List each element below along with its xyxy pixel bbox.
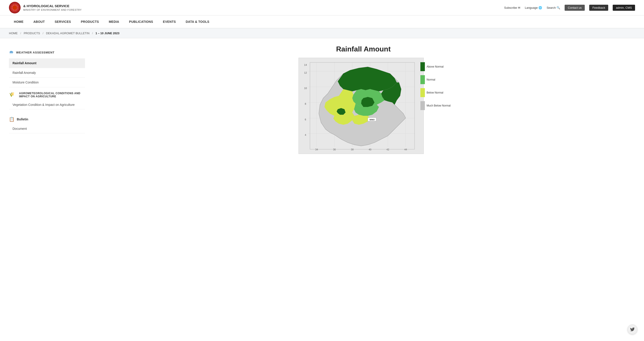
nav-item: ABOUT	[28, 16, 50, 28]
agro-section: 🌾 AGROMETEOROLOGICAL CONDITIONS AND IMPA…	[9, 92, 85, 109]
legend-label-normal: Normal	[427, 78, 435, 81]
svg-text:12: 12	[304, 71, 307, 74]
map-legend: Above Normal Normal Below Normal Much Be…	[420, 62, 450, 114]
legend-label-above-normal: Above Normal	[427, 65, 444, 68]
map-wrapper: 34 36 38 40 42 44 4 6 8 10 12 1	[298, 58, 428, 154]
legend-color-below-normal	[420, 88, 425, 97]
sidebar-link-moisture-condition[interactable]: Moisture Condition	[9, 78, 85, 87]
legend-color-above-normal	[420, 62, 425, 71]
top-bar: & HYDROLOGICAL SERVICE MINISTRY OF ENVIR…	[0, 0, 644, 16]
legend-color-much-below-normal	[420, 101, 425, 110]
svg-text:44: 44	[404, 148, 407, 151]
nav-link-about[interactable]: ABOUT	[28, 16, 50, 28]
nav-item: EVENTS	[158, 16, 181, 28]
legend-above-normal: Above Normal	[420, 62, 450, 71]
sidebar-bulletin-item: Document	[9, 124, 85, 133]
sidebar-link-rainfall-amount[interactable]: Rainfall Amount	[9, 58, 85, 68]
nav-link-events[interactable]: EVENTS	[158, 16, 181, 28]
svg-text:38: 38	[351, 148, 354, 151]
main-content: Rainfall Amount	[92, 45, 635, 166]
svg-text:34: 34	[315, 148, 318, 151]
svg-text:42: 42	[386, 148, 389, 151]
nav-item: PUBLICATIONS	[124, 16, 158, 28]
map-title: Rainfall Amount	[92, 45, 635, 53]
nav-link-data---tools[interactable]: DATA & TOOLS	[181, 16, 214, 28]
bulletin-section: 📋 Bulletin Document	[9, 114, 85, 133]
svg-text:14: 14	[304, 64, 307, 66]
svg-line-6	[17, 10, 18, 11]
svg-text:36: 36	[333, 148, 336, 151]
nav-item: DATA & TOOLS	[181, 16, 214, 28]
breadcrumb-sep-2: /	[42, 32, 44, 35]
sidebar-weather-item: Rainfall Anomaly	[9, 68, 85, 78]
logo-icon	[9, 2, 20, 14]
weather-section-title: WEATHER ASSESSMENT	[16, 51, 54, 54]
nav-item: HOME	[9, 16, 28, 28]
subscribe-link[interactable]: Subscribe ✉	[504, 6, 520, 10]
svg-point-0	[12, 5, 17, 10]
page-content: 🌧 WEATHER ASSESSMENT Rainfall AmountRain…	[0, 38, 644, 173]
weather-menu: Rainfall AmountRainfall AnomalyMoisture …	[9, 58, 85, 87]
nav-item: SERVICES	[50, 16, 76, 28]
contact-button[interactable]: Contact us	[564, 5, 585, 11]
bulletin-menu: Document	[9, 124, 85, 133]
sidebar-link-rainfall-anomaly[interactable]: Rainfall Anomaly	[9, 68, 85, 77]
sidebar-agro-item: Vegetation Condition & Impact on Agricul…	[9, 100, 85, 109]
language-link[interactable]: Language 🌐	[525, 6, 542, 10]
bulletin-header: 📋 Bulletin	[9, 114, 85, 124]
globe-icon: 🌐	[538, 6, 542, 10]
search-icon: 🔍	[556, 6, 560, 10]
nav-link-home[interactable]: HOME	[9, 16, 28, 28]
breadcrumb-sep-1: /	[20, 32, 21, 35]
agro-section-title: AGROMETEOROLOGICAL CONDITIONS AND IMPACT…	[19, 92, 85, 98]
legend-color-normal	[420, 75, 425, 84]
breadcrumb: HOME / PRODUCTS / DEKADAL AGROMET BULLET…	[0, 29, 644, 38]
map-image: 34 36 38 40 42 44 4 6 8 10 12 1	[298, 58, 424, 154]
sidebar: 🌧 WEATHER ASSESSMENT Rainfall AmountRain…	[9, 45, 85, 166]
svg-text:10: 10	[304, 87, 307, 90]
svg-text:8: 8	[305, 103, 306, 105]
search-link[interactable]: Search 🔍	[546, 6, 560, 10]
legend-much-below-normal: Much Below Normal	[420, 101, 450, 110]
sidebar-bulletin-link[interactable]: Document	[9, 124, 85, 133]
svg-line-5	[12, 5, 12, 5]
cloud-rain-icon: 🌧	[9, 50, 14, 55]
logo-text: & HYDROLOGICAL SERVICE MINISTRY OF ENVIR…	[23, 4, 82, 12]
nav-item: PRODUCTS	[76, 16, 104, 28]
svg-text:40: 40	[369, 148, 372, 151]
svg-text:4: 4	[305, 134, 306, 136]
breadcrumb-home[interactable]: HOME	[9, 32, 18, 35]
legend-label-below-normal: Below Normal	[427, 91, 444, 94]
breadcrumb-current: 1 – 10 JUNE 2023	[96, 32, 120, 35]
admin-button[interactable]: admin, CMS	[613, 5, 635, 11]
sidebar-weather-item: Rainfall Amount	[9, 58, 85, 68]
nav-link-media[interactable]: MEDIA	[104, 16, 124, 28]
bulletin-title: Bulletin	[17, 118, 28, 121]
nav-link-publications[interactable]: PUBLICATIONS	[124, 16, 158, 28]
feedback-button[interactable]: Feedback	[589, 5, 608, 11]
nav-item: MEDIA	[104, 16, 124, 28]
top-bar-actions: Subscribe ✉ Language 🌐 Search 🔍 Contact …	[504, 5, 635, 11]
sidebar-weather-item: Moisture Condition	[9, 78, 85, 87]
logo-title: & HYDROLOGICAL SERVICE	[23, 4, 82, 8]
breadcrumb-dekadal[interactable]: DEKADAL AGROMET BULLETIN	[46, 32, 90, 35]
mail-icon: ✉	[518, 6, 520, 10]
legend-label-much-below-normal: Much Below Normal	[427, 104, 450, 107]
nav-link-services[interactable]: SERVICES	[50, 16, 76, 28]
logo-area: & HYDROLOGICAL SERVICE MINISTRY OF ENVIR…	[9, 2, 82, 14]
weather-section-header: 🌧 WEATHER ASSESSMENT	[9, 50, 85, 55]
logo-subtitle: MINISTRY OF ENVIRONMENT AND FORESTRY	[23, 8, 82, 12]
breadcrumb-products[interactable]: PRODUCTS	[24, 32, 40, 35]
main-nav: HOMEABOUTSERVICESPRODUCTSMEDIAPUBLICATIO…	[0, 16, 644, 29]
svg-line-7	[17, 5, 18, 5]
agro-menu: Vegetation Condition & Impact on Agricul…	[9, 100, 85, 109]
legend-below-normal: Below Normal	[420, 88, 450, 97]
svg-text:6: 6	[305, 118, 306, 121]
svg-line-8	[12, 10, 12, 11]
nav-link-products[interactable]: PRODUCTS	[76, 16, 104, 28]
breadcrumb-sep-3: /	[92, 32, 93, 35]
document-icon: 📋	[9, 117, 14, 122]
legend-normal: Normal	[420, 75, 450, 84]
sidebar-agro-link[interactable]: Vegetation Condition & Impact on Agricul…	[9, 100, 85, 109]
svg-text:WMO: WMO	[370, 119, 374, 121]
